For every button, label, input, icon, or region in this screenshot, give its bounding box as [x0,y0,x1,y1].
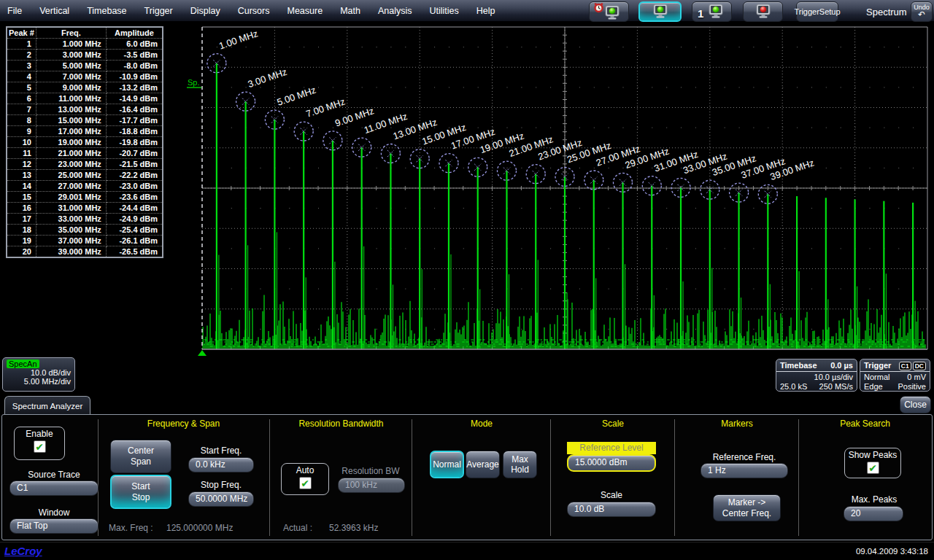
table-cell: -8.0 dBm [106,61,163,71]
specan-descriptor[interactable]: SpecAn 10.0 dB/div 5.00 MHz/div [2,357,75,392]
table-row: 815.000 MHz-17.7 dBm [7,115,163,126]
menu-item-vertical[interactable]: Vertical [39,6,69,16]
stop-freq-field[interactable]: 50.0000 MHz [188,491,254,507]
timebase-scale: 10.0 µs/div [814,373,853,382]
scale-field[interactable]: 10.0 dB [567,502,656,517]
menu-bar-items: FileVerticalTimebaseTriggerDisplayCursor… [7,0,495,22]
table-cell: -14.9 dBm [106,93,163,104]
window-field[interactable]: Flat Top [9,518,99,534]
timebase-offset: 0.0 µs [830,361,853,370]
close-button[interactable]: Close [900,396,931,413]
menu-item-file[interactable]: File [7,6,22,16]
table-cell: 15 [7,192,36,203]
dialog-panel: Enable ✔ Source Trace C1 Window Flat Top… [1,414,933,540]
table-cell: 1 [7,39,36,50]
table-cell: 25.000 MHz [36,170,106,181]
menu-item-display[interactable]: Display [190,6,220,16]
section-title-resolution-bandwidth: Resolution Bandwidth [269,419,413,429]
marker-to-center-line1: Marker -> [728,497,766,508]
reference-level-field[interactable]: 15.0000 dBm [567,454,656,472]
trigger-setup-button[interactable]: Trigger Setup [796,1,838,22]
menu-item-trigger[interactable]: Trigger [144,6,173,16]
checkmark-icon: ✔ [301,478,309,489]
table-cell: -19.8 dBm [106,137,163,148]
menu-item-math[interactable]: Math [340,6,360,16]
table-row: 917.000 MHz-18.8 dBm [7,126,163,137]
section-divider [798,419,799,536]
table-cell: 5 [7,82,36,93]
timebase-descriptor[interactable]: Timebase 0.0 µs 10.0 µs/div 25.0 kS 250 … [776,359,857,392]
show-peaks-label: Show Peaks [849,450,898,460]
peak-table-body: 11.000 MHz6.0 dBm23.000 MHz-3.5 dBm35.00… [7,39,163,258]
start-stop-button[interactable]: Start Stop [110,475,171,509]
normal-trigger-button[interactable] [638,1,682,22]
enable-checkbox[interactable]: ✔ [34,440,46,453]
menu-item-measure[interactable]: Measure [287,6,323,16]
resolution-bw-field: 100 kHz [338,478,405,493]
table-header-cell: Freq. [36,27,106,39]
table-cell: 7.000 MHz [36,71,106,82]
table-cell: 11 [7,148,36,159]
table-cell: 14 [7,181,36,192]
table-cell: 9.000 MHz [36,82,106,93]
waveform-area: 1.00 MHz3.00 MHz5.00 MHz7.00 MHz9.00 MHz… [0,22,934,394]
checkmark-icon: ✔ [868,462,877,474]
checkmark-icon: ✔ [35,441,44,453]
scale-label: Scale [567,490,656,500]
mode-button-max-hold[interactable]: Max Hold [503,451,537,478]
start-freq-field[interactable]: 0.0 kHz [188,457,254,472]
tab-spectrum-analyzer[interactable]: Spectrum Analyzer [4,396,90,415]
mode-button-normal[interactable]: Normal [430,451,464,478]
center-span-button[interactable]: Center Span [110,440,171,473]
auto-checkbox[interactable]: ✔ [299,477,312,489]
undo-button[interactable]: Undo ↶ [911,1,933,22]
trigger-descriptor[interactable]: Trigger C1DC Normal 0 mV Edge Positive [860,359,930,392]
max-peaks-field[interactable]: 20 [844,506,903,521]
table-cell: 10 [7,137,36,148]
marker-to-center-button[interactable]: Marker -> Center Freq. [713,494,781,521]
reference-freq-field[interactable]: 1 Hz [700,463,788,478]
table-cell: 39.000 MHz [36,246,106,258]
table-cell: 17.000 MHz [36,126,106,137]
table-cell: 17 [7,214,36,225]
auto-trigger-button[interactable] [589,1,629,22]
table-cell: 13.000 MHz [36,104,106,115]
menu-item-utilities[interactable]: Utilities [429,6,458,16]
mode-button-average[interactable]: Average [466,451,500,478]
enable-label: Enable [26,429,53,439]
show-peaks-group: Show Peaks ✔ [844,448,901,478]
show-peaks-checkbox[interactable]: ✔ [867,462,879,474]
table-cell: 19.000 MHz [36,137,106,148]
single-trigger-button[interactable]: 1 [692,1,732,22]
datetime-label: 09.04.2009 3:43:18 [856,547,928,556]
table-cell: 27.000 MHz [36,181,106,192]
table-row: 1529.001 MHz-23.6 dBm [7,192,163,203]
table-cell: -23.0 dBm [106,181,163,192]
table-row: 2039.000 MHz-26.5 dBm [7,246,163,258]
table-cell: 23.000 MHz [36,159,106,170]
table-header-cell: Peak # [7,27,36,39]
section-title-scale: Scale [550,419,676,429]
peak-frequency-label: 3.00 MHz [247,66,288,90]
table-row: 713.000 MHz-16.4 dBm [7,104,163,115]
center-span-line1: Center [128,446,154,456]
undo-icon: ↶ [918,11,925,19]
menu-item-analysis[interactable]: Analysis [378,6,412,16]
table-cell: -25.4 dBm [106,225,163,236]
menu-item-cursors[interactable]: Cursors [238,6,270,16]
table-cell: 15.000 MHz [36,115,106,126]
lecroy-logo: LeCroy [4,545,42,557]
section-title-mode: Mode [412,419,552,429]
table-cell: -24.4 dBm [106,203,163,214]
menu-item-help[interactable]: Help [476,6,495,16]
stop-trigger-button[interactable] [743,1,783,22]
table-cell: 8 [7,115,36,126]
menu-item-timebase[interactable]: Timebase [87,6,126,16]
source-trace-field[interactable]: C1 [9,481,99,496]
table-row: 1223.000 MHz-21.5 dBm [7,159,163,170]
table-row: 1835.000 MHz-25.4 dBm [7,225,163,236]
table-cell: -26.1 dBm [106,236,163,246]
section-title-peak-search: Peak Search [798,419,932,429]
table-row: 611.000 MHz-14.9 dBm [7,93,163,104]
actual-value: 52.3963 kHz [329,523,378,533]
